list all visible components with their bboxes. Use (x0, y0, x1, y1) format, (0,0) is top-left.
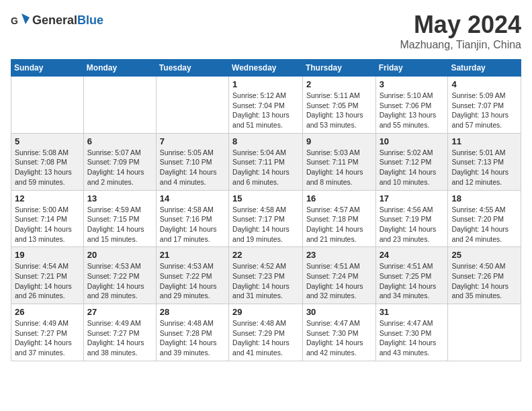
day-detail: Sunrise: 4:51 AM Sunset: 7:25 PM Dayligh… (380, 261, 445, 301)
day-number: 7 (160, 136, 225, 146)
title-block: May 2024 Mazhuang, Tianjin, China (400, 11, 521, 51)
calendar-week-row: 5Sunrise: 5:08 AM Sunset: 7:08 PM Daylig… (11, 133, 521, 190)
calendar-cell: 4Sunrise: 5:09 AM Sunset: 7:07 PM Daylig… (448, 77, 521, 134)
day-detail: Sunrise: 5:03 AM Sunset: 7:11 PM Dayligh… (306, 148, 372, 187)
calendar-cell: 9Sunrise: 5:03 AM Sunset: 7:11 PM Daylig… (302, 133, 375, 190)
day-detail: Sunrise: 4:53 AM Sunset: 7:22 PM Dayligh… (160, 261, 225, 301)
day-number: 28 (160, 307, 225, 317)
day-detail: Sunrise: 4:59 AM Sunset: 7:15 PM Dayligh… (87, 205, 152, 244)
calendar-cell: 12Sunrise: 5:00 AM Sunset: 7:14 PM Dayli… (11, 190, 84, 247)
calendar-cell: 28Sunrise: 4:48 AM Sunset: 7:28 PM Dayli… (156, 304, 228, 361)
day-detail: Sunrise: 5:01 AM Sunset: 7:13 PM Dayligh… (451, 148, 517, 187)
day-number: 21 (160, 250, 225, 260)
calendar-cell (448, 304, 521, 361)
calendar-cell: 30Sunrise: 4:47 AM Sunset: 7:30 PM Dayli… (302, 304, 375, 361)
calendar-cell: 27Sunrise: 4:49 AM Sunset: 7:27 PM Dayli… (83, 304, 156, 361)
logo-blue-text: Blue (77, 13, 103, 27)
day-number: 13 (87, 193, 152, 203)
day-number: 16 (306, 193, 372, 203)
day-number: 5 (15, 136, 80, 146)
calendar-cell: 2Sunrise: 5:11 AM Sunset: 7:05 PM Daylig… (302, 77, 375, 134)
logo-general-text: General (32, 13, 77, 27)
month-title: May 2024 (400, 11, 521, 39)
calendar-cell (156, 77, 228, 134)
logo-icon: G (11, 11, 30, 30)
calendar-cell: 6Sunrise: 5:07 AM Sunset: 7:09 PM Daylig… (83, 133, 156, 190)
day-detail: Sunrise: 4:49 AM Sunset: 7:27 PM Dayligh… (87, 318, 152, 358)
calendar-cell: 17Sunrise: 4:56 AM Sunset: 7:19 PM Dayli… (375, 190, 448, 247)
day-detail: Sunrise: 4:47 AM Sunset: 7:30 PM Dayligh… (306, 318, 372, 358)
day-number: 8 (232, 136, 299, 146)
day-detail: Sunrise: 4:53 AM Sunset: 7:22 PM Dayligh… (87, 261, 152, 301)
day-number: 14 (160, 193, 225, 203)
weekday-header-row: SundayMondayTuesdayWednesdayThursdayFrid… (11, 60, 521, 77)
calendar-cell: 24Sunrise: 4:51 AM Sunset: 7:25 PM Dayli… (375, 247, 448, 304)
day-number: 2 (306, 79, 372, 89)
day-detail: Sunrise: 5:00 AM Sunset: 7:14 PM Dayligh… (15, 205, 80, 244)
weekday-header: Monday (83, 60, 156, 77)
day-detail: Sunrise: 4:56 AM Sunset: 7:19 PM Dayligh… (380, 205, 445, 244)
calendar-cell: 16Sunrise: 4:57 AM Sunset: 7:18 PM Dayli… (302, 190, 375, 247)
day-detail: Sunrise: 4:58 AM Sunset: 7:17 PM Dayligh… (232, 205, 299, 244)
day-number: 17 (380, 193, 445, 203)
calendar-cell (11, 77, 84, 134)
weekday-header: Saturday (448, 60, 521, 77)
day-number: 30 (306, 307, 372, 317)
day-detail: Sunrise: 4:50 AM Sunset: 7:26 PM Dayligh… (451, 261, 517, 301)
day-detail: Sunrise: 4:51 AM Sunset: 7:24 PM Dayligh… (306, 261, 372, 301)
calendar-cell: 14Sunrise: 4:58 AM Sunset: 7:16 PM Dayli… (156, 190, 228, 247)
day-number: 10 (380, 136, 445, 146)
day-number: 3 (380, 79, 445, 89)
calendar-cell (83, 77, 156, 134)
calendar-cell: 15Sunrise: 4:58 AM Sunset: 7:17 PM Dayli… (229, 190, 303, 247)
calendar-cell: 8Sunrise: 5:04 AM Sunset: 7:11 PM Daylig… (229, 133, 303, 190)
calendar-cell: 3Sunrise: 5:10 AM Sunset: 7:06 PM Daylig… (375, 77, 448, 134)
day-detail: Sunrise: 5:02 AM Sunset: 7:12 PM Dayligh… (380, 148, 445, 187)
day-number: 26 (15, 307, 80, 317)
day-detail: Sunrise: 4:49 AM Sunset: 7:27 PM Dayligh… (15, 318, 80, 358)
day-number: 19 (15, 250, 80, 260)
day-detail: Sunrise: 5:09 AM Sunset: 7:07 PM Dayligh… (451, 91, 517, 130)
day-detail: Sunrise: 4:54 AM Sunset: 7:21 PM Dayligh… (15, 261, 80, 301)
calendar-cell: 26Sunrise: 4:49 AM Sunset: 7:27 PM Dayli… (11, 304, 84, 361)
day-number: 15 (232, 193, 299, 203)
day-number: 29 (232, 307, 299, 317)
calendar-week-row: 12Sunrise: 5:00 AM Sunset: 7:14 PM Dayli… (11, 190, 521, 247)
day-number: 20 (87, 250, 152, 260)
day-number: 18 (451, 193, 517, 203)
day-number: 25 (451, 250, 517, 260)
logo: G GeneralBlue (11, 11, 103, 30)
calendar-cell: 31Sunrise: 4:47 AM Sunset: 7:30 PM Dayli… (375, 304, 448, 361)
day-detail: Sunrise: 5:12 AM Sunset: 7:04 PM Dayligh… (232, 91, 299, 130)
day-detail: Sunrise: 4:58 AM Sunset: 7:16 PM Dayligh… (160, 205, 225, 244)
day-detail: Sunrise: 4:47 AM Sunset: 7:30 PM Dayligh… (380, 318, 445, 358)
day-detail: Sunrise: 5:08 AM Sunset: 7:08 PM Dayligh… (15, 148, 80, 187)
calendar-cell: 7Sunrise: 5:05 AM Sunset: 7:10 PM Daylig… (156, 133, 228, 190)
day-number: 23 (306, 250, 372, 260)
calendar-cell: 10Sunrise: 5:02 AM Sunset: 7:12 PM Dayli… (375, 133, 448, 190)
day-number: 4 (451, 79, 517, 89)
svg-marker-1 (21, 13, 30, 24)
calendar-cell: 25Sunrise: 4:50 AM Sunset: 7:26 PM Dayli… (448, 247, 521, 304)
day-detail: Sunrise: 4:57 AM Sunset: 7:18 PM Dayligh… (306, 205, 372, 244)
day-detail: Sunrise: 5:05 AM Sunset: 7:10 PM Dayligh… (160, 148, 225, 187)
weekday-header: Friday (375, 60, 448, 77)
calendar-week-row: 19Sunrise: 4:54 AM Sunset: 7:21 PM Dayli… (11, 247, 521, 304)
day-detail: Sunrise: 5:04 AM Sunset: 7:11 PM Dayligh… (232, 148, 299, 187)
weekday-header: Sunday (11, 60, 84, 77)
day-number: 1 (232, 79, 299, 89)
calendar-cell: 11Sunrise: 5:01 AM Sunset: 7:13 PM Dayli… (448, 133, 521, 190)
calendar-cell: 5Sunrise: 5:08 AM Sunset: 7:08 PM Daylig… (11, 133, 84, 190)
location-title: Mazhuang, Tianjin, China (400, 39, 521, 51)
calendar-cell: 20Sunrise: 4:53 AM Sunset: 7:22 PM Dayli… (83, 247, 156, 304)
day-detail: Sunrise: 5:10 AM Sunset: 7:06 PM Dayligh… (380, 91, 445, 130)
day-number: 12 (15, 193, 80, 203)
calendar-cell: 19Sunrise: 4:54 AM Sunset: 7:21 PM Dayli… (11, 247, 84, 304)
day-detail: Sunrise: 5:11 AM Sunset: 7:05 PM Dayligh… (306, 91, 372, 130)
calendar-cell: 29Sunrise: 4:48 AM Sunset: 7:29 PM Dayli… (229, 304, 303, 361)
calendar-cell: 13Sunrise: 4:59 AM Sunset: 7:15 PM Dayli… (83, 190, 156, 247)
calendar-cell: 1Sunrise: 5:12 AM Sunset: 7:04 PM Daylig… (229, 77, 303, 134)
calendar-week-row: 1Sunrise: 5:12 AM Sunset: 7:04 PM Daylig… (11, 77, 521, 134)
day-detail: Sunrise: 4:48 AM Sunset: 7:29 PM Dayligh… (232, 318, 299, 358)
page-header: G GeneralBlue May 2024 Mazhuang, Tianjin… (11, 11, 521, 51)
